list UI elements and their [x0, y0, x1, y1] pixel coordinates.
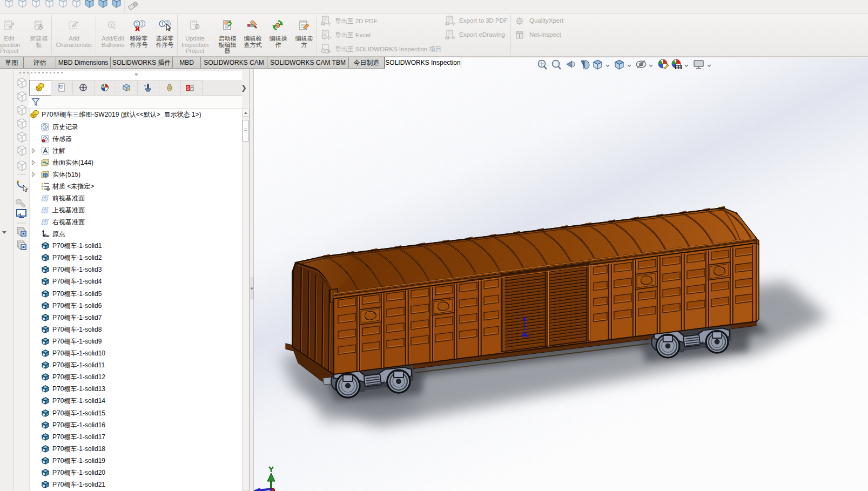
svg-text:1: 1	[161, 21, 164, 26]
svg-text:1: 1	[110, 23, 113, 28]
svg-text:1: 1	[136, 21, 138, 26]
